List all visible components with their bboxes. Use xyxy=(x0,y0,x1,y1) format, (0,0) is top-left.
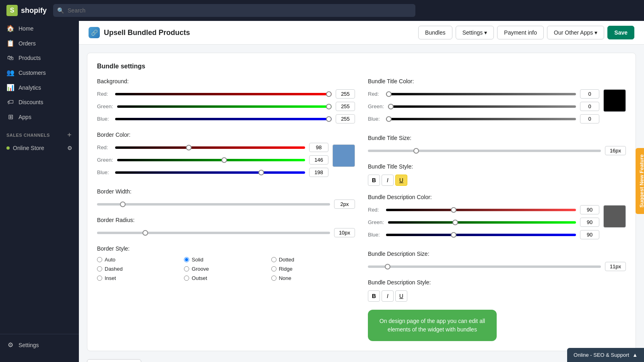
sidebar-settings-label: Settings xyxy=(19,342,39,348)
desc-size-slider[interactable] xyxy=(368,265,601,268)
payment-info-button[interactable]: Payment info xyxy=(497,26,544,39)
channel-status-dot xyxy=(6,146,10,150)
desc-underline-button[interactable]: U xyxy=(395,290,407,302)
sidebar-item-apps[interactable]: ⊞Apps xyxy=(0,109,79,124)
bundle-preview-dropdown[interactable]: Bundle preview ▾ xyxy=(87,359,141,362)
border-style-auto[interactable]: Auto xyxy=(97,257,181,263)
shopify-logo-icon: S xyxy=(6,5,18,16)
border-radius-value[interactable] xyxy=(334,228,355,237)
bg-green-value[interactable] xyxy=(336,102,355,111)
desc-style-buttons: B I U xyxy=(368,290,626,302)
app-body: 🏠Home📋Orders🛍Products👥Customers📊Analytic… xyxy=(0,21,644,362)
search-bar[interactable]: 🔍 xyxy=(53,4,415,17)
border-style-none[interactable]: None xyxy=(271,275,355,281)
desc-style-label: Bundle Description Style: xyxy=(368,279,626,286)
border-blue-label: Blue: xyxy=(97,169,111,175)
desc-blue-value[interactable] xyxy=(580,230,599,239)
border-style-groove[interactable]: Groove xyxy=(184,266,268,272)
border-green-label: Green: xyxy=(97,157,113,163)
add-sales-channel-icon[interactable]: ＋ xyxy=(66,131,73,139)
border-red-slider[interactable] xyxy=(115,146,305,149)
sidebar-bottom: ⚙ Settings xyxy=(0,334,79,356)
title-red-label: Red: xyxy=(368,91,382,97)
title-green-slider[interactable] xyxy=(388,105,576,108)
title-size-slider[interactable] xyxy=(368,150,601,152)
search-input[interactable] xyxy=(53,4,415,17)
title-bold-button[interactable]: B xyxy=(368,175,380,186)
background-setting: Background: Red: Green: xyxy=(97,78,355,123)
desc-size-value[interactable] xyxy=(605,262,626,271)
border-style-solid[interactable]: Solid xyxy=(184,257,268,263)
sidebar-apps-label: Apps xyxy=(19,114,31,120)
border-color-preview xyxy=(332,144,355,167)
border-blue-value[interactable] xyxy=(309,168,328,177)
bg-blue-value[interactable] xyxy=(336,114,355,123)
design-tooltip-bubble: On design page of the app you can edit a… xyxy=(368,310,497,341)
title-size-label: Bundle Title Size: xyxy=(368,135,626,141)
save-button[interactable]: Save xyxy=(607,26,634,39)
sidebar-item-online-store[interactable]: Online Store ⚙ xyxy=(0,142,79,154)
border-radius-slider[interactable] xyxy=(97,232,330,234)
desc-green-slider[interactable] xyxy=(388,221,576,224)
sidebar-item-discounts[interactable]: 🏷Discounts xyxy=(0,95,79,109)
bg-red-slider[interactable] xyxy=(115,93,332,95)
border-style-outset[interactable]: Outset xyxy=(184,275,268,281)
desc-green-value[interactable] xyxy=(580,218,599,227)
title-color-setting: Bundle Title Color: Red: Gree xyxy=(368,78,626,127)
desc-red-label: Red: xyxy=(368,207,382,213)
sidebar-item-settings[interactable]: ⚙ Settings xyxy=(0,337,79,352)
border-width-slider[interactable] xyxy=(97,203,330,206)
preview-section: Bundle preview ▾ On the same page you ca… xyxy=(87,359,636,362)
title-blue-slider[interactable] xyxy=(386,118,576,120)
sidebar-item-home[interactable]: 🏠Home xyxy=(0,21,79,36)
desc-color-label: Bundle Description Color: xyxy=(368,194,626,200)
title-red-value[interactable] xyxy=(580,89,599,99)
app-title: Upsell Bundled Products xyxy=(104,29,190,37)
bg-blue-slider[interactable] xyxy=(115,118,332,120)
border-style-inset[interactable]: Inset xyxy=(97,275,181,281)
desc-blue-slider[interactable] xyxy=(386,234,576,236)
title-blue-value[interactable] xyxy=(580,114,599,123)
brand-name: shopify xyxy=(21,6,47,15)
title-underline-button[interactable]: U xyxy=(395,175,407,186)
seo-expand-icon[interactable]: ▲ xyxy=(632,352,638,358)
seo-bar: Online - SEO & Support ▲ xyxy=(567,348,644,362)
border-width-label: Border Width: xyxy=(97,188,355,195)
sidebar-item-analytics[interactable]: 📊Analytics xyxy=(0,80,79,95)
channel-settings-icon[interactable]: ⚙ xyxy=(67,145,72,151)
other-apps-dropdown-icon: ▾ xyxy=(594,29,597,36)
border-red-value[interactable] xyxy=(309,143,328,152)
desc-italic-button[interactable]: I xyxy=(382,290,394,302)
border-blue-slider[interactable] xyxy=(115,171,305,174)
desc-green-row: Green: xyxy=(368,218,599,227)
border-style-ridge[interactable]: Ridge xyxy=(271,266,355,272)
background-label: Background: xyxy=(97,78,355,84)
bg-red-row: Red: xyxy=(97,89,355,99)
bg-green-slider[interactable] xyxy=(117,105,332,108)
border-style-dashed[interactable]: Dashed xyxy=(97,266,181,272)
bundles-button[interactable]: Bundles xyxy=(418,26,452,39)
desc-red-slider[interactable] xyxy=(386,209,576,211)
sidebar-item-customers[interactable]: 👥Customers xyxy=(0,65,79,80)
title-italic-button[interactable]: I xyxy=(382,175,394,186)
bg-red-value[interactable] xyxy=(336,89,355,99)
title-red-slider[interactable] xyxy=(386,93,576,95)
desc-bold-button[interactable]: B xyxy=(368,290,380,302)
border-green-slider[interactable] xyxy=(117,159,305,161)
sidebar-item-products[interactable]: 🛍Products xyxy=(0,51,79,65)
border-red-row: Red: xyxy=(97,143,328,152)
border-style-dotted[interactable]: Dotted xyxy=(271,257,355,263)
our-other-apps-button[interactable]: Our Other Apps ▾ xyxy=(547,26,604,39)
title-green-value[interactable] xyxy=(580,102,599,111)
settings-button[interactable]: Settings ▾ xyxy=(456,26,494,39)
content-scroll: Bundle settings Background: Red: xyxy=(79,45,644,362)
desc-red-value[interactable] xyxy=(580,205,599,214)
sidebar-item-orders[interactable]: 📋Orders xyxy=(0,36,79,51)
sidebar-channel-label: Online Store xyxy=(13,145,44,151)
sidebar: 🏠Home📋Orders🛍Products👥Customers📊Analytic… xyxy=(0,21,79,362)
suggest-feature-button[interactable]: Suggest New Feature xyxy=(635,148,644,214)
title-size-value[interactable] xyxy=(605,146,626,155)
border-width-value[interactable] xyxy=(334,200,355,209)
desc-blue-label: Blue: xyxy=(368,232,382,238)
border-green-value[interactable] xyxy=(309,155,328,165)
